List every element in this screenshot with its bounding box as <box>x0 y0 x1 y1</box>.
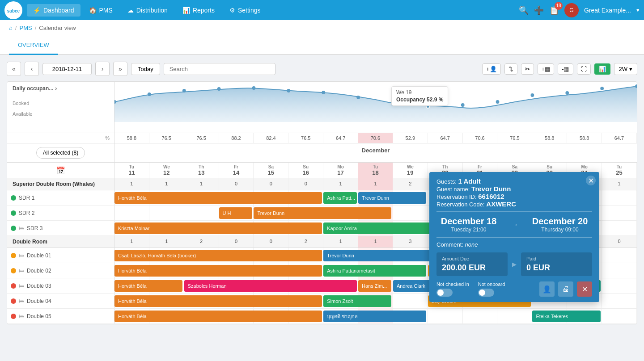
cancel-booking-button[interactable]: ✕ <box>577 281 592 297</box>
add-column-button[interactable]: +▦ <box>538 63 555 75</box>
check-out-date: December 20 Thursday 09:00 <box>528 216 592 233</box>
room-day-cell[interactable] <box>393 206 428 220</box>
booking-bar[interactable]: Simon Zsolt <box>323 295 391 307</box>
booking-bar[interactable]: Horváth Béla <box>114 265 322 277</box>
booking-bar[interactable]: Kriszta Molnar <box>114 222 322 234</box>
search-icon[interactable]: 🔍 <box>519 5 529 15</box>
breadcrumb-current: Calendar view <box>39 25 76 31</box>
chevron-right-icon: › <box>55 85 57 92</box>
notifications-button[interactable]: 📋 18 <box>549 5 559 15</box>
room-group-count: 0 <box>254 236 288 248</box>
booking-bar[interactable]: Horváth Béla <box>114 280 182 292</box>
booking-bar[interactable]: Hans Zim... <box>358 280 391 292</box>
all-selected-button[interactable]: All selected (8) <box>36 147 85 159</box>
dropdown-icon: ▾ <box>629 66 632 72</box>
room-day-cell[interactable] <box>149 206 184 220</box>
available-label: Available <box>13 111 32 117</box>
guest-profile-button[interactable]: 👤 <box>539 281 555 297</box>
breadcrumb: ⌂ / PMS / Calendar view <box>0 20 644 36</box>
tooltip-close-button[interactable]: ✕ <box>586 176 596 185</box>
remove-column-button[interactable]: -▦ <box>558 63 573 75</box>
nav-dashboard[interactable]: ⚡ Dashboard <box>27 4 80 17</box>
room-name-label: Double 01 <box>27 252 51 259</box>
distribution-icon: ☁ <box>127 7 134 14</box>
room-header-cell: 📅 <box>7 163 114 178</box>
print-button[interactable]: 🖨 <box>558 281 573 297</box>
user-dropdown-icon[interactable]: ▾ <box>636 7 640 13</box>
percentage-row: % 58.876.576.588.282.476.564.770.652.964… <box>7 133 637 143</box>
room-day-cell[interactable] <box>602 309 637 323</box>
pms-icon: 🏠 <box>89 7 97 14</box>
tooltip-comment: Comment: none <box>436 241 592 248</box>
nav-settings[interactable]: ⚙ Settings <box>223 4 267 17</box>
room-name-label: Double 04 <box>27 298 51 304</box>
fullscreen-button[interactable]: ⛶ <box>577 63 591 75</box>
breadcrumb-home[interactable]: ⌂ <box>9 25 13 31</box>
room-day-cell[interactable] <box>602 206 637 220</box>
booking-bar[interactable]: Ashira Pattanametasit <box>323 265 426 277</box>
room-day-cell[interactable] <box>463 309 498 323</box>
booking-bar[interactable]: Horváth Béla <box>114 295 322 307</box>
booking-bar[interactable]: Trevor Dunn <box>254 207 391 219</box>
svg-point-14 <box>531 93 534 97</box>
svg-point-6 <box>252 86 256 90</box>
today-button[interactable]: Today <box>131 63 160 75</box>
room-day-cell[interactable] <box>602 221 637 235</box>
add-person-button[interactable]: +👤 <box>482 63 501 75</box>
tooltip-actions: Not checked in Not onboard 👤 🖨 ✕ <box>436 281 592 297</box>
booking-bar[interactable]: Szabolcs Herman <box>184 280 357 292</box>
room-cells: Horváth Bélaบุญคดิ ชาญกลEtelka Tekeres <box>114 309 637 323</box>
booking-bar[interactable]: บุญคดิ ชาญกล <box>323 311 426 322</box>
not-onboard-toggle: Not onboard <box>478 281 505 297</box>
checked-in-switch[interactable] <box>436 289 453 297</box>
room-day-cell[interactable] <box>602 263 637 278</box>
prev-prev-button[interactable]: « <box>7 62 21 76</box>
room-day-cell[interactable] <box>602 278 637 293</box>
breadcrumb-pms[interactable]: PMS <box>19 25 32 31</box>
date-input[interactable]: 2018-12-11 <box>42 63 92 75</box>
room-label: 🛏SDR 3 <box>7 221 114 235</box>
room-day-cell[interactable] <box>602 294 637 308</box>
booking-bar[interactable]: Etelka Tekeres <box>532 311 600 322</box>
move-button[interactable]: ⇅ <box>504 63 517 75</box>
onboard-switch[interactable] <box>478 289 494 297</box>
user-avatar[interactable]: G <box>564 3 579 17</box>
next-next-button[interactable]: » <box>113 62 127 76</box>
svg-text:sabee: sabee <box>7 8 20 13</box>
nav-pms[interactable]: 🏠 PMS <box>83 4 119 17</box>
booking-bar[interactable]: Trevor Dunn <box>358 192 426 204</box>
app-logo[interactable]: sabee <box>4 1 22 19</box>
scissors-button[interactable]: ✂ <box>521 63 534 75</box>
room-day-cell[interactable] <box>184 206 219 220</box>
room-group-count: 1 <box>358 236 393 248</box>
add-col-icon: +▦ <box>542 66 551 72</box>
tab-overview[interactable]: OVERVIEW <box>9 36 58 55</box>
search-input[interactable] <box>164 63 275 75</box>
room-day-cell[interactable] <box>602 248 637 263</box>
room-group-count: 1 <box>358 178 393 190</box>
pct-cell: 58.8 <box>532 133 567 143</box>
room-day-cell[interactable] <box>497 309 532 323</box>
prev-button[interactable]: ‹ <box>25 62 39 76</box>
room-day-cell[interactable] <box>428 309 463 323</box>
view-selector[interactable]: 2W ▾ <box>614 63 638 75</box>
chart-button[interactable]: 📊 <box>594 63 610 75</box>
booking-bar[interactable]: Csab László, Horváth Béla (booker) <box>114 250 322 261</box>
add-icon[interactable]: ➕ <box>534 5 544 15</box>
booking-bar[interactable]: U H <box>219 207 252 219</box>
svg-point-13 <box>496 100 500 104</box>
booking-bar[interactable]: Horváth Béla <box>114 192 322 204</box>
dashboard-icon: ⚡ <box>33 7 41 14</box>
booking-bar[interactable]: Ashira Patt... <box>323 192 356 204</box>
pct-cell: 64.7 <box>323 133 358 143</box>
nav-distribution[interactable]: ☁ Distribution <box>121 4 174 17</box>
room-day-cell[interactable] <box>393 294 428 308</box>
room-day-cell[interactable] <box>602 190 637 205</box>
pct-cell: 76.5 <box>288 133 323 143</box>
nav-reports[interactable]: 📊 Reports <box>176 4 221 17</box>
next-button[interactable]: › <box>95 62 110 76</box>
room-day-cell[interactable] <box>114 206 149 220</box>
bed-icon: 🛏 <box>19 225 24 231</box>
user-name[interactable]: Great Example... <box>584 7 631 14</box>
booking-bar[interactable]: Horváth Béla <box>114 311 322 322</box>
